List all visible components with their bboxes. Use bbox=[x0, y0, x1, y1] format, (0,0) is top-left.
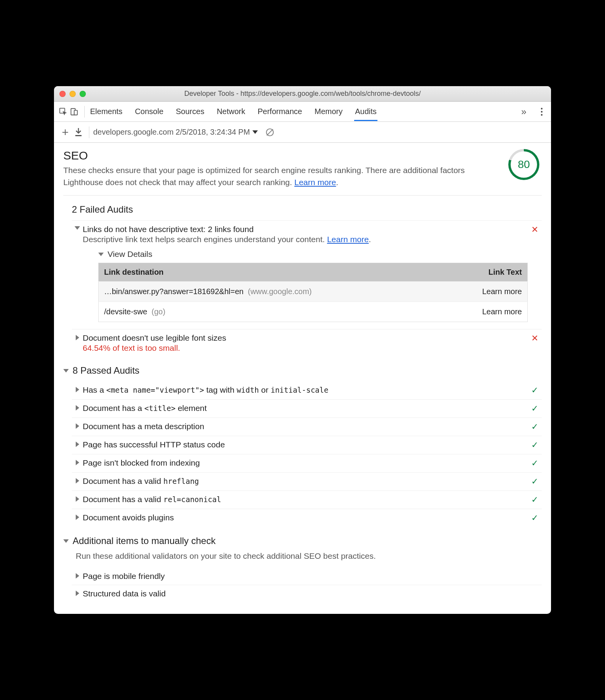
pass-icon: ✓ bbox=[528, 476, 542, 487]
audit-title: Document has a meta description bbox=[83, 422, 528, 431]
expand-toggle[interactable] bbox=[72, 513, 83, 520]
svg-point-3 bbox=[541, 108, 542, 109]
audit-title: Document avoids plugins bbox=[83, 513, 528, 522]
audit-passed-item: Has a <meta name="viewport"> tag with wi… bbox=[72, 381, 542, 399]
tab-console[interactable]: Console bbox=[134, 102, 164, 121]
expand-toggle[interactable] bbox=[72, 440, 83, 447]
window-title: Developer Tools - https://developers.goo… bbox=[54, 90, 551, 98]
expand-toggle[interactable] bbox=[72, 589, 83, 596]
window-controls bbox=[59, 91, 86, 97]
audit-passed-item: Document has a <title> element✓ bbox=[72, 399, 542, 418]
expand-toggle[interactable] bbox=[72, 225, 83, 230]
audits-subtoolbar: + developers.google.com 2/5/2018, 3:24:3… bbox=[54, 122, 551, 143]
audit-manual-item: Structured data is valid bbox=[72, 585, 542, 602]
minimize-window-button[interactable] bbox=[70, 91, 76, 97]
manual-audits-sub: Run these additional validators on your … bbox=[76, 550, 542, 562]
expand-toggle[interactable] bbox=[72, 404, 83, 411]
audit-title: Document doesn't use legible font sizes bbox=[83, 333, 528, 343]
pass-icon: ✓ bbox=[528, 422, 542, 432]
tab-sources[interactable]: Sources bbox=[175, 102, 205, 121]
audit-manual-item: Page is mobile friendly bbox=[72, 568, 542, 585]
audit-warning: 64.54% of text is too small. bbox=[83, 343, 528, 353]
audit-title: Page has successful HTTP status code bbox=[83, 440, 528, 449]
report-select[interactable]: developers.google.com 2/5/2018, 3:24:34 … bbox=[93, 128, 258, 137]
tab-network[interactable]: Network bbox=[216, 102, 246, 121]
devtools-window: Developer Tools - https://developers.goo… bbox=[54, 86, 551, 613]
table-row: …bin/answer.py?answer=181692&hl=en (www.… bbox=[99, 282, 528, 302]
svg-point-5 bbox=[541, 114, 542, 116]
audit-passed-item: Document has a meta description✓ bbox=[72, 418, 542, 436]
view-details-toggle[interactable]: View Details bbox=[98, 250, 528, 259]
failed-audits-heading: 2 Failed Audits bbox=[72, 204, 542, 215]
audit-title: Document has a valid hreflang bbox=[83, 476, 528, 486]
expand-toggle[interactable] bbox=[72, 458, 83, 465]
category-description: These checks ensure that your page is op… bbox=[63, 165, 501, 188]
zoom-window-button[interactable] bbox=[80, 91, 86, 97]
chevron-down-icon bbox=[63, 369, 69, 373]
pass-icon: ✓ bbox=[528, 495, 542, 505]
passed-audits-section: 8 Passed Audits Has a <meta name="viewpo… bbox=[63, 365, 542, 527]
inspect-element-icon[interactable] bbox=[58, 107, 69, 116]
audit-failed-font-sizes: Document doesn't use legible font sizes … bbox=[72, 329, 542, 357]
passed-audits-heading[interactable]: 8 Passed Audits bbox=[63, 365, 542, 376]
pass-icon: ✓ bbox=[528, 513, 542, 523]
expand-toggle[interactable] bbox=[72, 572, 83, 579]
expand-toggle[interactable] bbox=[72, 495, 83, 502]
col-link-text: Link Text bbox=[447, 263, 527, 282]
download-report-icon[interactable] bbox=[72, 128, 85, 137]
device-toolbar-icon[interactable] bbox=[69, 107, 80, 116]
kebab-menu-icon[interactable] bbox=[536, 107, 547, 116]
tab-elements[interactable]: Elements bbox=[89, 102, 123, 121]
audit-report: SEO These checks ensure that your page i… bbox=[54, 143, 551, 613]
expand-toggle[interactable] bbox=[72, 422, 83, 429]
devtools-toolbar: Elements Console Sources Network Perform… bbox=[54, 102, 551, 122]
audit-title: Page is mobile friendly bbox=[83, 572, 528, 581]
table-row: /devsite-swe (go) Learn more bbox=[99, 302, 528, 322]
category-title: SEO bbox=[63, 149, 501, 162]
fail-icon: ✕ bbox=[528, 333, 542, 343]
audit-details: View Details Link destination Link Text … bbox=[98, 250, 528, 322]
titlebar: Developer Tools - https://developers.goo… bbox=[54, 86, 551, 102]
pass-icon: ✓ bbox=[528, 458, 542, 468]
tab-memory[interactable]: Memory bbox=[314, 102, 343, 121]
audit-learn-more-link[interactable]: Learn more bbox=[327, 235, 369, 244]
seo-header: SEO These checks ensure that your page i… bbox=[63, 149, 542, 196]
chevron-down-icon bbox=[252, 130, 258, 134]
tab-performance[interactable]: Performance bbox=[257, 102, 303, 121]
panel-tabs: Elements Console Sources Network Perform… bbox=[89, 102, 518, 121]
score-value: 80 bbox=[518, 158, 530, 171]
pass-icon: ✓ bbox=[528, 440, 542, 450]
audit-passed-item: Document has a valid hreflang✓ bbox=[72, 472, 542, 490]
expand-toggle[interactable] bbox=[72, 476, 83, 483]
tab-audits[interactable]: Audits bbox=[354, 102, 377, 121]
pass-icon: ✓ bbox=[528, 404, 542, 414]
audit-title: Has a <meta name="viewport"> tag with wi… bbox=[83, 385, 528, 395]
svg-rect-6 bbox=[75, 135, 82, 136]
audit-passed-item: Page has successful HTTP status code✓ bbox=[72, 436, 542, 454]
close-window-button[interactable] bbox=[59, 91, 66, 97]
svg-rect-2 bbox=[74, 110, 77, 115]
report-label: developers.google.com 2/5/2018, 3:24:34 … bbox=[93, 128, 250, 137]
manual-audits-section: Additional items to manually check Run t… bbox=[63, 535, 542, 602]
seo-learn-more-link[interactable]: Learn more bbox=[294, 178, 336, 187]
audit-title: Structured data is valid bbox=[83, 589, 528, 598]
audit-failed-descriptive-links: Links do not have descriptive text: 2 li… bbox=[72, 220, 542, 329]
expand-toggle[interactable] bbox=[72, 333, 83, 340]
clear-all-icon[interactable] bbox=[263, 128, 276, 137]
new-audit-icon[interactable]: + bbox=[59, 126, 72, 139]
manual-audits-heading[interactable]: Additional items to manually check bbox=[63, 535, 542, 546]
audit-passed-item: Document avoids plugins✓ bbox=[72, 509, 542, 527]
failed-audits-section: 2 Failed Audits Links do not have descri… bbox=[72, 204, 542, 357]
pass-icon: ✓ bbox=[528, 385, 542, 395]
audit-subtext: Descriptive link text helps search engin… bbox=[83, 235, 528, 244]
expand-toggle[interactable] bbox=[72, 385, 83, 392]
audit-passed-item: Document has a valid rel=canonical✓ bbox=[72, 490, 542, 509]
svg-point-4 bbox=[541, 111, 542, 113]
audit-title: Links do not have descriptive text: 2 li… bbox=[83, 225, 528, 234]
audit-title: Page isn't blocked from indexing bbox=[83, 458, 528, 468]
audit-passed-item: Page isn't blocked from indexing✓ bbox=[72, 454, 542, 472]
fail-icon: ✕ bbox=[528, 225, 542, 235]
audit-title: Document has a valid rel=canonical bbox=[83, 495, 528, 504]
more-tabs-icon[interactable]: » bbox=[518, 106, 529, 117]
score-gauge: 80 bbox=[508, 149, 539, 180]
